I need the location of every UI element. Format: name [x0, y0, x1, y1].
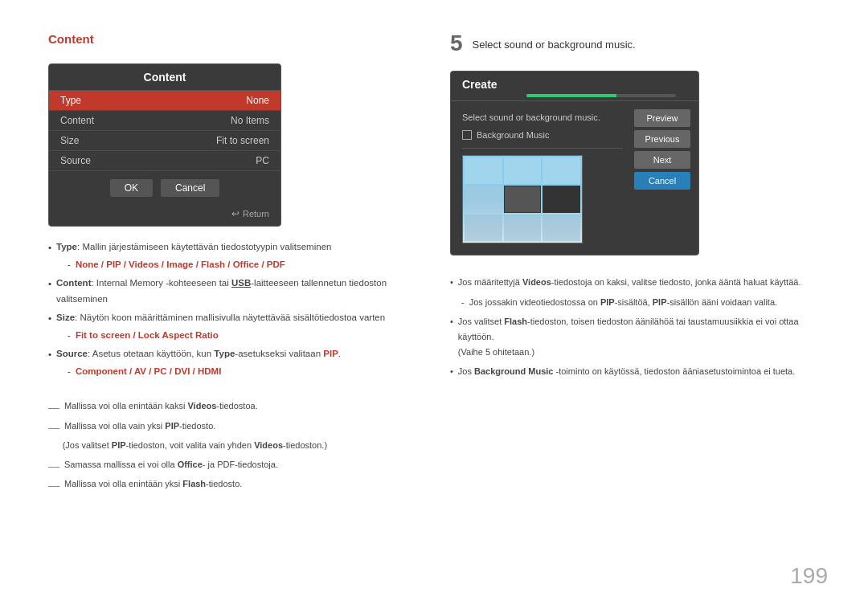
size-label: Size: [60, 135, 79, 146]
bullet-source: • Source: Asetus otetaan käyttöön, kun T…: [48, 346, 418, 379]
create-subtitle: Select sound or background music.: [462, 112, 623, 122]
thumb-cell-5: [504, 186, 542, 212]
left-bullet-list: • Type: Mallin järjestämiseen käytettävä…: [48, 239, 418, 379]
right-bullet-list: • Jos määritettyjä Videos-tiedostoja on …: [450, 275, 820, 379]
step-description: Select sound or background music.: [473, 39, 636, 51]
note-5: — Mallissa voi olla enintään yksi Flash-…: [48, 476, 418, 496]
dialog-title: Content: [49, 64, 280, 91]
previous-button[interactable]: Previous: [634, 130, 690, 148]
dialog-row-type: Type None: [49, 91, 280, 111]
page-number: 199: [790, 563, 828, 589]
right-bullet-2: • Jos valitset Flash-tiedoston, toisen t…: [450, 314, 820, 359]
notes-section: — Mallissa voi olla enintään kaksi Video…: [48, 398, 418, 496]
preview-thumbnail: [462, 155, 583, 243]
right-bullet-3: • Jos Background Music -toiminto on käyt…: [450, 364, 820, 379]
create-dialog-left: Select sound or background music. Backgr…: [451, 101, 634, 255]
create-dialog-title: Create: [462, 78, 687, 91]
size-value: Fit to screen: [216, 135, 269, 146]
progress-bar: [526, 94, 676, 97]
thumb-cell-2: [504, 157, 542, 184]
return-arrow-icon: ↩: [231, 208, 240, 219]
step-header: 5 Select sound or background music.: [450, 32, 820, 55]
background-music-checkbox[interactable]: [462, 130, 472, 140]
thumb-cell-3: [542, 157, 580, 184]
content-value: No Items: [231, 115, 269, 126]
bullet-type: • Type: Mallin järjestämiseen käytettävä…: [48, 239, 418, 272]
dialog-row-source: Source PC: [49, 151, 280, 171]
source-label: Source: [60, 155, 91, 166]
create-dialog-right-buttons: Preview Previous Next Cancel: [634, 101, 698, 255]
preview-button[interactable]: Preview: [634, 109, 690, 127]
thumb-cell-7: [465, 215, 502, 241]
bullet-content: • Content: Internal Memory -kohteeseen t…: [48, 276, 418, 307]
create-dialog: Create Select sound or background music.…: [450, 71, 699, 255]
section-title: Content: [48, 32, 418, 46]
checkbox-label: Background Music: [477, 130, 550, 140]
return-row: ↩ Return: [49, 205, 280, 226]
note-3: (Jos valitset PIP-tiedoston, voit valita…: [48, 438, 418, 457]
right-column: 5 Select sound or background music. Crea…: [450, 32, 820, 581]
progress-fill: [526, 94, 616, 97]
thumb-cell-1: [465, 157, 502, 184]
dialog-row-size: Size Fit to screen: [49, 131, 280, 151]
cancel-button-dialog[interactable]: Cancel: [161, 179, 219, 197]
next-button[interactable]: Next: [634, 151, 690, 169]
note-4: — Samassa mallissa ei voi olla Office- j…: [48, 457, 418, 476]
cancel-button-create[interactable]: Cancel: [634, 172, 690, 190]
source-value: PC: [256, 155, 269, 166]
dialog-row-content: Content No Items: [49, 111, 280, 131]
note-2: — Mallissa voi olla vain yksi PIP-tiedos…: [48, 419, 418, 438]
dialog-button-group: OK Cancel: [49, 171, 280, 205]
note-1: — Mallissa voi olla enintään kaksi Video…: [48, 398, 418, 418]
thumb-cell-6: [542, 186, 580, 212]
ok-button[interactable]: OK: [110, 179, 153, 197]
right-sub-1: - Jos jossakin videotiedostossa on PIP-s…: [461, 295, 820, 310]
left-column: Content Content Type None Content No Ite…: [48, 32, 418, 581]
type-value: None: [246, 95, 269, 106]
content-label: Content: [60, 115, 94, 126]
divider: [462, 148, 623, 149]
checkbox-row[interactable]: Background Music: [462, 130, 623, 140]
content-dialog: Content Type None Content No Items Size …: [48, 63, 281, 227]
type-label: Type: [60, 95, 81, 106]
step-number: 5: [450, 32, 463, 55]
return-label: Return: [243, 209, 269, 219]
bullet-size: • Size: Näytön koon määrittäminen mallis…: [48, 310, 418, 343]
thumb-cell-9: [542, 215, 580, 241]
right-bullet-1: • Jos määritettyjä Videos-tiedostoja on …: [450, 275, 820, 290]
thumb-cell-8: [504, 215, 542, 241]
create-dialog-body: Select sound or background music. Backgr…: [451, 101, 698, 255]
thumb-cell-4: [465, 186, 502, 212]
